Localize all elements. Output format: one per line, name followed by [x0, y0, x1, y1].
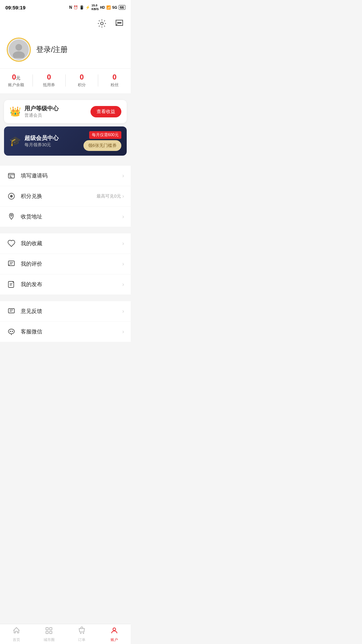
bluetooth-icon: ⚡	[85, 5, 90, 10]
chat-button[interactable]	[113, 17, 125, 30]
graduation-icon: 🎓	[9, 136, 21, 147]
section-divider-2	[0, 159, 131, 162]
svg-point-4	[15, 44, 22, 51]
menu-section-2: 我的收藏 › 我的评价 › 我的发布 ›	[0, 233, 131, 294]
avatar-image	[9, 40, 29, 60]
my-posts-arrow: ›	[122, 281, 124, 287]
menu-item-my-posts[interactable]: 我的发布 ›	[0, 274, 131, 294]
points-exchange-extra: 最高可兑0元	[97, 193, 121, 199]
super-member-left: 🎓 超级会员中心 每月领券30元	[9, 134, 59, 148]
menu-item-favorites[interactable]: 我的收藏 ›	[0, 233, 131, 254]
svg-point-22	[8, 329, 14, 334]
stat-fans[interactable]: 0 粉丝	[98, 73, 131, 88]
member-card-title: 用户等级中心	[24, 105, 59, 112]
hd-icon: HD	[100, 6, 105, 9]
menu-section-3: 意见反馈 › 客服微信 ›	[0, 301, 131, 342]
status-icons: N ⏰ 📳 ⚡ 15.0KB/S HD 📶 5G 66	[69, 4, 125, 11]
shipping-address-arrow: ›	[122, 214, 124, 220]
points-exchange-arrow: ›	[122, 193, 124, 199]
stat-points[interactable]: 0 积分	[66, 73, 98, 88]
price-badge: 每月仅需600元	[89, 131, 121, 139]
my-posts-label: 我的发布	[21, 281, 122, 288]
battery-icon: 66	[119, 5, 125, 10]
reviews-label: 我的评价	[21, 261, 122, 268]
member-card-subtitle: 普通会员	[24, 112, 59, 118]
menu-item-shipping-address[interactable]: 收货地址 ›	[0, 207, 131, 227]
svg-point-3	[120, 22, 121, 23]
svg-rect-6	[8, 173, 14, 178]
status-time: 09:59:19	[5, 5, 25, 10]
stats-row: 0元 账户余额 0 抵用券 0 积分 0 粉丝	[0, 68, 131, 93]
super-member-subtitle: 每月领券30元	[24, 142, 59, 148]
alarm-icon: ⏰	[73, 5, 78, 10]
favorites-label: 我的收藏	[21, 240, 122, 247]
nfc-icon: N	[69, 5, 72, 10]
feedback-arrow: ›	[122, 308, 124, 314]
wechat-icon	[7, 327, 16, 336]
signal-icon: 5G	[112, 5, 117, 9]
invite-code-arrow: ›	[122, 173, 124, 179]
data-speed: 15.0KB/S	[92, 4, 99, 11]
super-member-right: 每月仅需600元 领6张无门槛券	[83, 131, 121, 151]
crown-icon: 👑	[9, 106, 21, 117]
svg-point-2	[119, 22, 120, 23]
points-exchange-icon	[7, 192, 16, 201]
stat-points-value: 0	[80, 73, 84, 82]
status-bar: 09:59:19 N ⏰ 📳 ⚡ 15.0KB/S HD 📶 5G 66	[0, 0, 131, 15]
section-divider-3	[0, 227, 131, 230]
member-left: 👑 用户等级中心 普通会员	[9, 105, 59, 118]
stat-voucher[interactable]: 0 抵用券	[33, 73, 65, 88]
feedback-label: 意见反馈	[21, 308, 122, 315]
menu-section-1: 填写邀请码 › 积分兑换 最高可兑0元 › 收货地址 ›	[0, 166, 131, 227]
reviews-arrow: ›	[122, 261, 124, 267]
stat-balance-label: 账户余额	[8, 82, 24, 88]
wechat-label: 客服微信	[21, 328, 122, 335]
favorites-arrow: ›	[122, 240, 124, 247]
section-divider-1	[0, 93, 131, 97]
svg-point-12	[11, 215, 12, 216]
svg-point-5	[13, 51, 25, 58]
shipping-address-label: 收货地址	[21, 213, 122, 220]
stat-balance-value: 0元	[12, 73, 20, 82]
menu-item-points-exchange[interactable]: 积分兑换 最高可兑0元 ›	[0, 186, 131, 207]
stat-fans-value: 0	[113, 73, 117, 82]
feedback-icon	[7, 307, 16, 316]
super-member-info: 超级会员中心 每月领券30元	[24, 134, 59, 148]
invite-code-icon	[7, 171, 16, 180]
section-divider-4	[0, 294, 131, 298]
profile-section[interactable]: 登录/注册	[0, 32, 131, 68]
member-card[interactable]: 👑 用户等级中心 普通会员 查看收益	[4, 100, 127, 123]
svg-point-23	[10, 331, 11, 332]
wechat-arrow: ›	[122, 329, 124, 335]
login-register-text[interactable]: 登录/注册	[36, 45, 68, 55]
stat-voucher-label: 抵用券	[43, 82, 55, 88]
reviews-icon	[7, 259, 16, 269]
stat-voucher-value: 0	[47, 73, 51, 82]
svg-point-24	[12, 331, 13, 332]
stat-balance[interactable]: 0元 账户余额	[0, 73, 33, 88]
super-member-banner[interactable]: 🎓 超级会员中心 每月领券30元 每月仅需600元 领6张无门槛券	[4, 126, 127, 156]
member-info: 用户等级中心 普通会员	[24, 105, 59, 118]
shipping-address-icon	[7, 212, 16, 221]
menu-item-invite-code[interactable]: 填写邀请码 ›	[0, 166, 131, 186]
top-bar	[0, 15, 131, 32]
svg-point-0	[101, 22, 103, 25]
avatar[interactable]	[7, 38, 31, 62]
stat-points-label: 积分	[78, 82, 86, 88]
super-member-title: 超级会员中心	[24, 134, 59, 142]
get-coupon-button[interactable]: 领6张无门槛券	[83, 140, 121, 151]
svg-point-1	[118, 22, 119, 23]
super-member-inner: 🎓 超级会员中心 每月领券30元 每月仅需600元 领6张无门槛券	[4, 126, 127, 156]
my-posts-icon	[7, 280, 16, 289]
menu-item-reviews[interactable]: 我的评价 ›	[0, 254, 131, 274]
vibrate-icon: 📳	[79, 5, 84, 10]
menu-item-feedback[interactable]: 意见反馈 ›	[0, 301, 131, 322]
svg-rect-19	[8, 309, 14, 313]
settings-button[interactable]	[96, 17, 108, 30]
favorites-icon	[7, 239, 16, 248]
invite-code-label: 填写邀请码	[21, 172, 122, 179]
wifi-icon: 📶	[106, 5, 111, 10]
view-earnings-button[interactable]: 查看收益	[90, 106, 121, 117]
menu-item-wechat[interactable]: 客服微信 ›	[0, 322, 131, 342]
stat-fans-label: 粉丝	[111, 82, 119, 88]
